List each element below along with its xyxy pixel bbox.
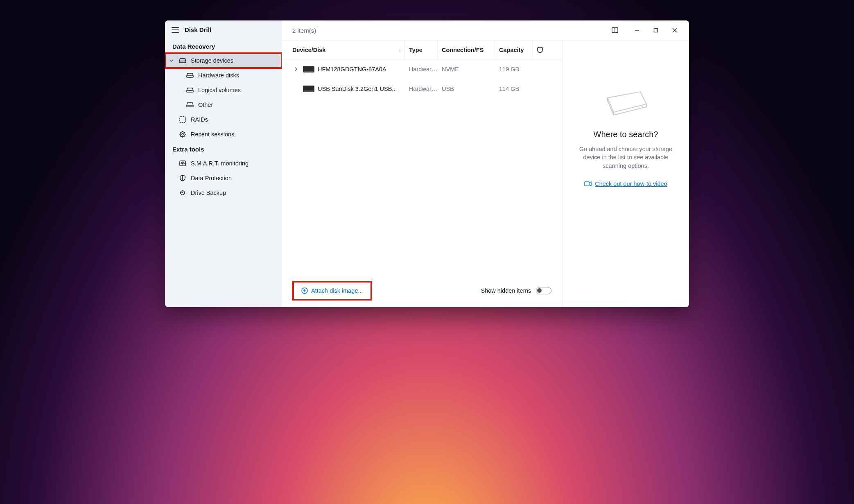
- main-header: 2 item(s): [282, 20, 689, 41]
- show-hidden-label: Show hidden items: [481, 287, 531, 294]
- column-type[interactable]: Type: [405, 41, 438, 59]
- sort-arrow-icon: ↓: [399, 47, 402, 53]
- attach-label: Attach disk image...: [311, 287, 363, 294]
- column-type-label: Type: [409, 47, 422, 53]
- sidebar-item-drive-backup[interactable]: Drive Backup: [165, 185, 282, 200]
- disk-icon: [186, 72, 194, 79]
- svg-point-6: [182, 133, 183, 135]
- device-row[interactable]: USB SanDisk 3.2Gen1 USB... Hardware... U…: [282, 79, 562, 99]
- svg-point-15: [642, 106, 643, 108]
- column-protection[interactable]: [533, 47, 547, 53]
- device-list-area: Device/Disk ↓ Type Connection/FS Capacit…: [282, 41, 562, 307]
- app-window: Disk Drill Data Recovery Storage devices…: [165, 20, 689, 307]
- device-capacity: 114 GB: [495, 86, 533, 92]
- sidebar-item-label: S.M.A.R.T. monitoring: [191, 160, 249, 167]
- device-name: USB SanDisk 3.2Gen1 USB...: [318, 86, 397, 92]
- close-button[interactable]: [665, 24, 684, 37]
- svg-rect-9: [654, 29, 658, 32]
- column-headers: Device/Disk ↓ Type Connection/FS Capacit…: [282, 41, 562, 59]
- column-device-label: Device/Disk: [292, 47, 325, 53]
- svg-rect-16: [585, 182, 589, 186]
- device-row[interactable]: HFM128GDGTNG-87A0A Hardware... NVME 119 …: [282, 59, 562, 79]
- right-title: Where to search?: [594, 130, 658, 139]
- device-connection: NVME: [438, 66, 495, 72]
- attach-highlight: Attach disk image...: [292, 281, 372, 301]
- device-connection: USB: [438, 86, 495, 92]
- chevron-right-icon[interactable]: [292, 67, 300, 71]
- column-connection-label: Connection/FS: [442, 47, 483, 53]
- column-device[interactable]: Device/Disk ↓: [292, 41, 405, 59]
- sidebar-item-hardware-disks[interactable]: Hardware disks: [165, 68, 282, 83]
- device-type: Hardware...: [405, 86, 438, 92]
- raid-icon: [179, 116, 186, 123]
- sidebar-item-raids[interactable]: RAIDs: [165, 112, 282, 127]
- maximize-button[interactable]: [646, 24, 665, 37]
- sidebar-item-label: Drive Backup: [191, 190, 226, 196]
- sidebar-item-label: RAIDs: [191, 116, 208, 123]
- history-icon: [179, 189, 186, 197]
- disk-icon: [179, 57, 186, 64]
- plus-circle-icon: [301, 287, 308, 294]
- help-book-icon[interactable]: [605, 24, 624, 37]
- items-count: 2 item(s): [292, 27, 316, 34]
- video-link-label: Check out our how-to video: [595, 181, 667, 187]
- column-connection[interactable]: Connection/FS: [438, 41, 495, 59]
- section-extra-tools: Extra tools: [165, 142, 282, 156]
- show-hidden-control: Show hidden items: [481, 287, 551, 294]
- device-type: Hardware...: [405, 66, 438, 72]
- attach-disk-image-button[interactable]: Attach disk image...: [296, 284, 369, 297]
- main-panel: 2 item(s) Device/Disk ↓ Type Connection/…: [282, 20, 689, 307]
- video-camera-icon: [584, 181, 592, 187]
- sidebar-item-logical-volumes[interactable]: Logical volumes: [165, 83, 282, 97]
- app-title: Disk Drill: [185, 26, 211, 33]
- sidebar-item-label: Hardware disks: [198, 72, 239, 79]
- device-capacity: 119 GB: [495, 66, 533, 72]
- drive-image-icon: [303, 86, 314, 92]
- right-panel: Where to search? Go ahead and choose you…: [562, 41, 689, 307]
- sidebar-item-storage-devices[interactable]: Storage devices: [165, 53, 282, 68]
- howto-video-link[interactable]: Check out our how-to video: [584, 181, 667, 187]
- drive-illustration-icon: [601, 90, 651, 118]
- device-name: HFM128GDGTNG-87A0A: [318, 66, 386, 72]
- section-data-recovery: Data Recovery: [165, 39, 282, 53]
- main-body: Device/Disk ↓ Type Connection/FS Capacit…: [282, 41, 689, 307]
- activity-icon: [179, 160, 186, 167]
- sidebar-item-recent-sessions[interactable]: Recent sessions: [165, 127, 282, 142]
- column-capacity-label: Capacity: [499, 47, 524, 53]
- column-capacity[interactable]: Capacity: [495, 41, 533, 59]
- sidebar-item-other[interactable]: Other: [165, 97, 282, 112]
- svg-rect-4: [180, 117, 185, 122]
- sidebar-item-data-protection[interactable]: Data Protection: [165, 171, 282, 185]
- sidebar-item-label: Storage devices: [191, 57, 233, 64]
- sidebar-item-label: Data Protection: [191, 175, 232, 181]
- show-hidden-toggle[interactable]: [536, 287, 551, 294]
- sidebar-item-smart[interactable]: S.M.A.R.T. monitoring: [165, 156, 282, 171]
- device-cell: HFM128GDGTNG-87A0A: [292, 66, 405, 72]
- shield-icon: [537, 47, 543, 53]
- right-text: Go ahead and choose your storage device …: [572, 145, 679, 170]
- sidebar-item-label: Other: [198, 102, 213, 108]
- drive-image-icon: [303, 66, 314, 72]
- sidebar-item-label: Logical volumes: [198, 87, 241, 93]
- device-cell: USB SanDisk 3.2Gen1 USB...: [292, 86, 405, 92]
- hamburger-icon[interactable]: [172, 27, 179, 33]
- disk-icon: [186, 86, 194, 94]
- device-rows: HFM128GDGTNG-87A0A Hardware... NVME 119 …: [282, 59, 562, 276]
- sidebar: Disk Drill Data Recovery Storage devices…: [165, 20, 282, 307]
- disk-icon: [186, 101, 194, 108]
- window-controls: [605, 24, 684, 37]
- sidebar-item-label: Recent sessions: [191, 131, 234, 138]
- shield-icon: [179, 174, 186, 182]
- gear-icon: [179, 131, 186, 138]
- main-footer: Attach disk image... Show hidden items: [282, 276, 562, 307]
- chevron-down-icon: [169, 59, 174, 63]
- minimize-button[interactable]: [628, 24, 646, 37]
- sidebar-header: Disk Drill: [165, 20, 282, 39]
